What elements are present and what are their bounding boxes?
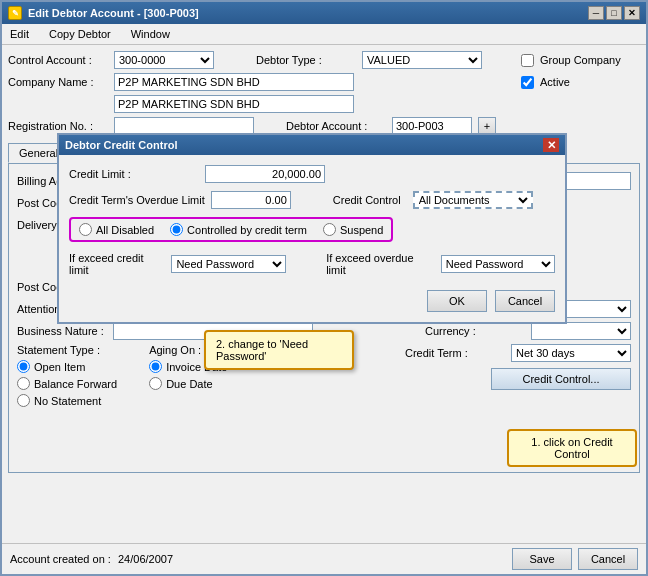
exceed-overdue-select[interactable]: Need Password bbox=[441, 255, 555, 273]
bottom-bar: Account created on : 24/06/2007 Save Can… bbox=[2, 543, 646, 574]
control-radio-group: All Disabled Controlled by credit term S… bbox=[69, 217, 393, 242]
modal-body: Credit Limit : Credit Term's Overdue Lim… bbox=[59, 155, 565, 322]
window-title: Edit Debtor Account - [300-P003] bbox=[28, 7, 199, 19]
debtor-type-select[interactable]: VALUED bbox=[362, 51, 482, 69]
exceed-credit-label: If exceed credit limit bbox=[69, 252, 161, 276]
menu-window[interactable]: Window bbox=[127, 26, 174, 42]
account-created-value: 24/06/2007 bbox=[118, 553, 173, 565]
title-bar-left: ✎ Edit Debtor Account - [300-P003] bbox=[8, 6, 199, 20]
debtor-type-label: Debtor Type : bbox=[256, 54, 356, 66]
credit-control-dropdown-label: Credit Control bbox=[333, 194, 401, 206]
credit-limit-label: Credit Limit : bbox=[69, 168, 199, 180]
currency-label: Currency : bbox=[425, 325, 525, 337]
main-content: Control Account : 300-0000 Debtor Type :… bbox=[2, 45, 646, 543]
debtor-account-label: Debtor Account : bbox=[286, 120, 386, 132]
main-window: ✎ Edit Debtor Account - [300-P003] ─ □ ✕… bbox=[0, 0, 648, 576]
group-company-label: Group Company bbox=[540, 54, 640, 66]
active-label: Active bbox=[540, 76, 640, 88]
need-password-tooltip: 2. change to 'Need Password' bbox=[204, 330, 354, 370]
account-created-info: Account created on : 24/06/2007 bbox=[10, 553, 173, 565]
credit-control-dropdown[interactable]: All Documents bbox=[413, 191, 533, 209]
credit-term-label: Credit Term : bbox=[405, 347, 505, 359]
bottom-buttons: Save Cancel bbox=[512, 548, 638, 570]
menu-bar: Edit Copy Debtor Window bbox=[2, 24, 646, 45]
registration-no-label: Registration No. : bbox=[8, 120, 108, 132]
credit-terms-overdue-label: Credit Term's Overdue Limit bbox=[69, 194, 205, 206]
company-name-label: Company Name : bbox=[8, 76, 108, 88]
account-created-label: Account created on : bbox=[10, 553, 111, 565]
radio-all-disabled[interactable]: All Disabled bbox=[79, 223, 154, 236]
active-checkbox[interactable] bbox=[521, 76, 534, 89]
window-icon: ✎ bbox=[8, 6, 22, 20]
modal-ok-button[interactable]: OK bbox=[427, 290, 487, 312]
title-bar: ✎ Edit Debtor Account - [300-P003] ─ □ ✕ bbox=[2, 2, 646, 24]
minimize-button[interactable]: ─ bbox=[588, 6, 604, 20]
statement-type-group: Statement Type : Open Item Balance Forwa… bbox=[17, 344, 117, 407]
radio-controlled-by-credit[interactable]: Controlled by credit term bbox=[170, 223, 307, 236]
credit-control-callout: 1. click on Credit Control bbox=[507, 429, 637, 467]
row-company-name: Company Name : Active bbox=[8, 73, 640, 91]
credit-term-group: Credit Term : Net 30 days Credit Control… bbox=[405, 344, 631, 390]
aging-due-date[interactable]: Due Date bbox=[149, 377, 249, 390]
modal-row-radios: All Disabled Controlled by credit term S… bbox=[69, 217, 555, 242]
business-nature-label: Business Nature : bbox=[17, 325, 107, 337]
statement-balance-forward[interactable]: Balance Forward bbox=[17, 377, 117, 390]
company-name2-input[interactable] bbox=[114, 95, 354, 113]
title-controls: ─ □ ✕ bbox=[588, 6, 640, 20]
menu-copy-debtor[interactable]: Copy Debtor bbox=[45, 26, 115, 42]
control-account-select[interactable]: 300-0000 bbox=[114, 51, 214, 69]
company-name-input[interactable] bbox=[114, 73, 354, 91]
debtor-credit-control-modal: Debtor Credit Control ✕ Credit Limit : C… bbox=[57, 133, 567, 324]
modal-cancel-button[interactable]: Cancel bbox=[495, 290, 555, 312]
modal-title-bar: Debtor Credit Control ✕ bbox=[59, 135, 565, 155]
menu-edit[interactable]: Edit bbox=[6, 26, 33, 42]
control-account-label: Control Account : bbox=[8, 54, 108, 66]
row-control-account: Control Account : 300-0000 Debtor Type :… bbox=[8, 51, 640, 69]
radio-suspend[interactable]: Suspend bbox=[323, 223, 383, 236]
credit-term-select[interactable]: Net 30 days bbox=[511, 344, 631, 362]
modal-title-text: Debtor Credit Control bbox=[65, 139, 177, 151]
modal-row-overdue: Credit Term's Overdue Limit Credit Contr… bbox=[69, 191, 555, 209]
cancel-button[interactable]: Cancel bbox=[578, 548, 638, 570]
row-company-name2 bbox=[8, 95, 640, 113]
modal-buttons: OK Cancel bbox=[69, 290, 555, 312]
modal-row-exceed: If exceed credit limit Need Password If … bbox=[69, 252, 555, 276]
exceed-overdue-label: If exceed overdue limit bbox=[326, 252, 431, 276]
close-button[interactable]: ✕ bbox=[624, 6, 640, 20]
save-button[interactable]: Save bbox=[512, 548, 572, 570]
statement-open-item[interactable]: Open Item bbox=[17, 360, 117, 373]
credit-terms-overdue-input[interactable] bbox=[211, 191, 291, 209]
exceed-credit-select[interactable]: Need Password bbox=[171, 255, 285, 273]
statement-type-radios: Open Item Balance Forward No Statement bbox=[17, 360, 117, 407]
modal-close-button[interactable]: ✕ bbox=[543, 138, 559, 152]
maximize-button[interactable]: □ bbox=[606, 6, 622, 20]
credit-control-button[interactable]: Credit Control... bbox=[491, 368, 631, 390]
statement-type-label: Statement Type : bbox=[17, 344, 117, 356]
statement-no-statement[interactable]: No Statement bbox=[17, 394, 117, 407]
group-company-checkbox[interactable] bbox=[521, 54, 534, 67]
credit-term-row: Credit Term : Net 30 days bbox=[405, 344, 631, 362]
currency-select[interactable] bbox=[531, 322, 631, 340]
credit-limit-input[interactable] bbox=[205, 165, 325, 183]
modal-row-credit-limit: Credit Limit : bbox=[69, 165, 555, 183]
